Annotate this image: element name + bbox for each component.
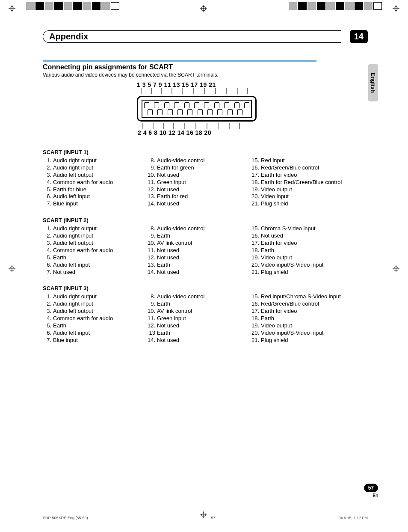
pin-label: Audio-video control (157, 225, 251, 232)
pin-item: 6.Audio left input (43, 330, 147, 337)
pin-number: 3. (43, 240, 53, 247)
pin-number: 7. (43, 200, 53, 208)
pin-label: Blue input (53, 337, 147, 344)
language-tab: English (368, 64, 378, 101)
pin-label: Earth (53, 254, 147, 262)
pin-number: 21. (251, 200, 261, 208)
pin-item: 12.Not used (147, 322, 251, 330)
register-mark-icon (200, 5, 207, 13)
pin-label: Not used (157, 254, 251, 262)
pin-number: 7. (43, 269, 53, 276)
pin-number: 15. (251, 225, 261, 232)
pin-number: 16. (251, 164, 261, 172)
pin-label: Earth (157, 262, 251, 269)
pin-item: 15.Red input (251, 157, 355, 164)
pin-item: 7.Blue input (43, 200, 147, 208)
footer-right: 04.6.15, 1:17 PM (338, 516, 368, 520)
pin-label: Earth for video (261, 240, 355, 247)
pin-item: 4.Common earth for audio (43, 315, 147, 322)
scart-input-2-block: SCART (INPUT 2) 1.Audio right output2.Au… (43, 217, 368, 276)
pin-item: 3.Audio left output (43, 240, 147, 247)
pin-label: Earth (261, 315, 355, 322)
footer-center: 57 (211, 516, 216, 520)
pin-number: 6. (43, 262, 53, 269)
pin-number: 3. (43, 172, 53, 179)
pin-number: 12. (147, 254, 157, 262)
pin-label: Red/Green/Blue control (261, 300, 355, 308)
pin-label: Video output (261, 322, 355, 330)
pin-number: 5. (43, 254, 53, 262)
pin-item: 2.Audio right input (43, 300, 147, 308)
pin-label: Earth for Red/Green/Blue control (261, 179, 355, 186)
pin-number: 12. (147, 186, 157, 193)
pin-number: 5. (43, 322, 53, 330)
pin-item: 1.Audio right output (43, 293, 147, 300)
pin-label: Audio left input (53, 330, 147, 337)
pin-item: 11.Green input (147, 315, 251, 322)
pin-item: 11.Not used (147, 247, 251, 254)
pin-number: 11. (147, 179, 157, 186)
scart-input-1-block: SCART (INPUT 1) 1.Audio right output2.Au… (43, 149, 368, 208)
pin-label: Earth (53, 322, 147, 330)
pin-label: Video input (261, 193, 355, 200)
pin-number: 19. (251, 254, 261, 262)
pin-label: Red input/Chroma S-Video input (261, 293, 355, 300)
pin-label: Audio right output (53, 157, 147, 164)
pin-label: Not used (157, 247, 251, 254)
pin-item: 9.Earth (147, 300, 251, 308)
pin-label: Plug shield (261, 200, 355, 208)
pin-item: 10.Not used (147, 172, 251, 179)
pin-item: 11.Green input (147, 179, 251, 186)
pin-label: Audio left output (53, 240, 147, 247)
pin-label: Audio-video control (157, 293, 251, 300)
pin-label: Not used (157, 322, 251, 330)
pin-item: 17.Earth for video (251, 308, 355, 315)
scart3-col2: 8.Audio-video control9.Earth10.AV link c… (147, 293, 251, 344)
scart2-col1: 1.Audio right output2.Audio right input3… (43, 225, 147, 276)
pin-label: Earth (157, 300, 251, 308)
pin-label: Audio-video control (157, 157, 251, 164)
pin-number: 8. (147, 225, 157, 232)
pin-item: 16.Red/Green/Blue control (251, 300, 355, 308)
pin-number: 14. (147, 337, 157, 344)
pin-number: 15. (251, 293, 261, 300)
pin-item: 14.Not used (147, 337, 251, 344)
pin-item: 15.Chroma S-Video input (251, 225, 355, 232)
pin-item: 4.Common earth for audio (43, 247, 147, 254)
pin-label: Earth (157, 330, 251, 337)
pin-label: Earth (157, 232, 251, 240)
pin-label: Audio left output (53, 308, 147, 315)
pin-number: 9. (147, 164, 157, 172)
pin-label: Video input/S-Video input (261, 330, 355, 337)
pin-item: 19.Video output (251, 322, 355, 330)
pin-item: 16.Not used (251, 232, 355, 240)
pin-item: 19.Video output (251, 254, 355, 262)
scart2-col2: 8.Audio-video control9.Earth10.AV link c… (147, 225, 251, 276)
pin-item: 18.Earth for Red/Green/Blue control (251, 179, 355, 186)
scart2-title: SCART (INPUT 2) (43, 217, 368, 223)
pin-item: 17.Earth for video (251, 172, 355, 179)
scart2-col3: 15.Chroma S-Video input16.Not used17.Ear… (251, 225, 355, 276)
pin-label: Not used (53, 269, 147, 276)
pin-label: Not used (157, 269, 251, 276)
pin-item: 12.Not used (147, 186, 251, 193)
pin-number: 18. (251, 179, 261, 186)
scart1-title: SCART (INPUT 1) (43, 149, 368, 155)
pin-number: 1. (43, 225, 53, 232)
pin-label: Earth for green (157, 164, 251, 172)
pin-item: 8.Audio-video control (147, 225, 251, 232)
pin-item: 18.Earth (251, 247, 355, 254)
pin-item: 20.Video input/S-Video input (251, 330, 355, 337)
pin-label: Audio right output (53, 293, 147, 300)
pin-label: Audio right input (53, 232, 147, 240)
pin-item: 6.Audio left input (43, 193, 147, 200)
pin-item: 14.Not used (147, 269, 251, 276)
pin-label: AV link control (157, 308, 251, 315)
pin-number: 11. (147, 315, 157, 322)
pin-number: 7. (43, 337, 53, 344)
pin-item: 8.Audio-video control (147, 157, 251, 164)
pin-number: 21. (251, 269, 261, 276)
pin-number: 4. (43, 247, 53, 254)
scart1-col1: 1.Audio right output2.Audio right input3… (43, 157, 147, 208)
pin-label: Green input (157, 315, 251, 322)
